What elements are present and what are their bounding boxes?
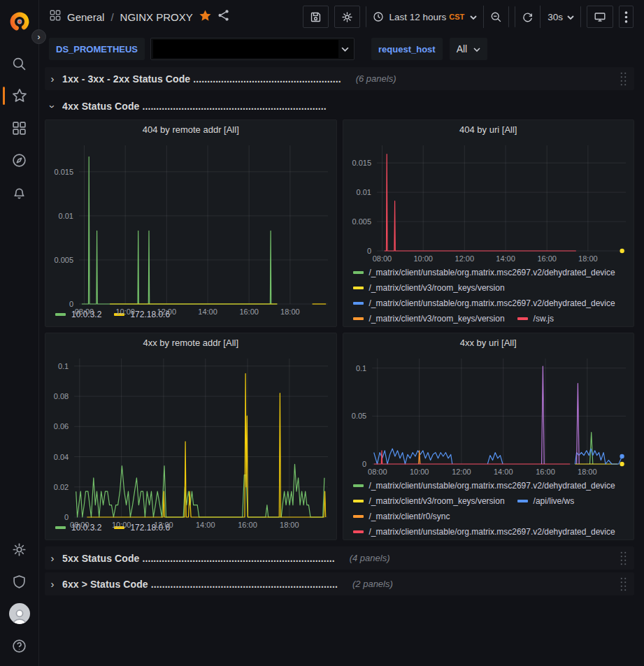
save-dashboard-button[interactable] <box>303 6 329 28</box>
legend-swatch <box>353 484 364 487</box>
tv-mode-button[interactable] <box>587 6 613 28</box>
sidebar-item-configuration[interactable] <box>0 533 39 565</box>
sidebar-item-dashboards[interactable] <box>0 112 39 144</box>
compass-icon <box>12 153 27 168</box>
legend-item[interactable]: /_matrix/client/unstable/org.matrix.msc2… <box>353 296 615 311</box>
svg-text:0.04: 0.04 <box>54 453 69 461</box>
panel-4xx-by-remote-addr: 4xx by remote addr [All] 08:0010:0012:00… <box>45 333 337 540</box>
apps-breadcrumb-icon[interactable] <box>49 9 62 24</box>
legend-item[interactable]: /_matrix/client/v3/room_keys/version <box>353 280 505 296</box>
panel-grid: 404 by remote addr [All] 08:0010:0012:00… <box>45 120 634 540</box>
panel-title[interactable]: 404 by uri [All] <box>343 120 634 140</box>
svg-text:18:00: 18:00 <box>280 307 300 316</box>
legend-swatch <box>353 287 364 289</box>
legend-item[interactable]: /_matrix/client/r0/sync <box>353 509 450 524</box>
redacted-value <box>153 40 338 58</box>
legend-swatch <box>517 317 528 320</box>
kebab-icon <box>624 11 628 23</box>
chart-4xx-by-remote-addr[interactable]: 08:0010:0012:0014:0016:0018:0000.020.040… <box>45 353 336 521</box>
gear-icon <box>12 542 27 557</box>
zoom-out-button[interactable] <box>483 6 508 28</box>
panel-404-by-uri: 404 by uri [All] 08:0010:0012:0014:0016:… <box>343 120 635 327</box>
svg-text:16:00: 16:00 <box>239 307 259 316</box>
svg-text:14:00: 14:00 <box>496 254 515 263</box>
sidebar-item-explore[interactable] <box>0 144 39 176</box>
row-1xx-3xx-2xx[interactable]: › 1xx - 3xx - 2xx Status Code ..........… <box>45 67 634 90</box>
chart-404-by-uri[interactable]: 08:0010:0012:0014:0016:0018:0000.0050.01… <box>343 140 634 265</box>
sidebar-item-help[interactable] <box>0 630 39 662</box>
dashboard-header: General / NGINX PROXY <box>39 0 644 34</box>
refresh-button[interactable] <box>515 6 540 28</box>
panel-title[interactable]: 4xx by remote addr [All] <box>45 333 336 353</box>
panel-title[interactable]: 4xx by uri [All] <box>343 333 634 353</box>
grafana-app: › <box>0 0 644 666</box>
panel-4xx-by-uri: 4xx by uri [All] 08:0010:0012:0014:0016:… <box>343 333 635 540</box>
legend-swatch <box>353 271 364 274</box>
request-host-variable-select[interactable]: All <box>450 38 488 60</box>
svg-text:16:00: 16:00 <box>238 521 257 529</box>
panel-title[interactable]: 404 by remote addr [All] <box>45 120 336 140</box>
datasource-variable-label[interactable]: DS_PROMETHEUS <box>49 38 145 60</box>
legend-item[interactable]: /_matrix/client/unstable/org.matrix.msc2… <box>353 478 615 493</box>
request-host-variable-label[interactable]: request_host <box>371 38 443 60</box>
refresh-interval-dropdown[interactable]: 30s <box>540 6 580 28</box>
time-range-picker[interactable]: Last 12 hours CST <box>366 6 483 28</box>
timezone-label: CST <box>449 13 464 21</box>
row-6xx[interactable]: › 6xx > Status Code ....................… <box>45 572 634 595</box>
svg-text:0: 0 <box>366 247 371 255</box>
sidebar-item-profile[interactable] <box>0 598 39 630</box>
chevron-right-icon: › <box>49 73 56 85</box>
breadcrumb-section[interactable]: General <box>67 11 104 23</box>
sidebar-item-server-admin[interactable] <box>0 565 39 598</box>
svg-text:12:00: 12:00 <box>455 254 474 263</box>
legend-item[interactable]: /_matrix/client/v3/room_keys/version <box>353 493 505 509</box>
svg-text:14:00: 14:00 <box>196 521 215 529</box>
row-title: 5xx Status Code ........................… <box>62 553 335 564</box>
more-options-button[interactable] <box>619 6 634 28</box>
sidebar-item-search[interactable] <box>0 48 39 80</box>
legend-item[interactable]: /_matrix/client/v3/room_keys/version <box>353 311 505 326</box>
legend-swatch <box>353 317 364 320</box>
svg-text:18:00: 18:00 <box>280 521 299 529</box>
svg-text:0.1: 0.1 <box>355 364 366 372</box>
legend-label: /_matrix/client/v3/room_keys/version <box>369 283 505 293</box>
svg-text:0.1: 0.1 <box>58 362 69 370</box>
row-4xx[interactable]: › 4xx Status Code ......................… <box>45 96 634 116</box>
legend-swatch <box>353 302 364 305</box>
legend-label: /_matrix/client/v3/room_keys/version <box>369 496 505 506</box>
monitor-icon <box>594 11 606 23</box>
svg-text:08:00: 08:00 <box>372 254 392 263</box>
row-drag-handle[interactable] <box>620 577 627 591</box>
legend-item[interactable]: /sw.js <box>517 311 554 326</box>
row-title: 1xx - 3xx - 2xx Status Code ............… <box>62 73 341 85</box>
legend-item[interactable]: /_matrix/client/unstable/org.matrix.msc2… <box>353 524 615 540</box>
legend-label: /sw.js <box>534 314 554 324</box>
legend-label: /_matrix/client/unstable/org.matrix.msc2… <box>369 298 615 308</box>
svg-text:0.05: 0.05 <box>351 412 366 420</box>
chart-404-by-remote-addr[interactable]: 08:0010:0012:0014:0016:0018:0000.0050.01… <box>45 140 336 308</box>
share-icon[interactable] <box>217 9 230 24</box>
breadcrumb-separator: / <box>110 11 113 23</box>
row-drag-handle[interactable] <box>620 551 627 565</box>
sidebar-expand-button[interactable]: › <box>31 29 46 44</box>
chevron-down-icon <box>470 12 477 22</box>
legend-label: /_matrix/client/r0/sync <box>369 512 450 521</box>
dashboard-settings-button[interactable] <box>334 6 360 28</box>
time-range-label: Last 12 hours <box>389 12 446 22</box>
sidebar-item-alerting[interactable] <box>0 176 39 208</box>
svg-text:0.01: 0.01 <box>356 188 371 196</box>
favorite-star-icon[interactable] <box>199 9 212 25</box>
question-circle-icon <box>12 639 27 653</box>
legend-item[interactable]: /api/live/ws <box>517 493 575 509</box>
svg-text:16:00: 16:00 <box>537 254 557 263</box>
chart-4xx-by-uri[interactable]: 08:0010:0012:0014:0016:0018:0000.050.1 <box>343 353 634 478</box>
legend: /_matrix/client/unstable/org.matrix.msc2… <box>343 478 634 540</box>
search-icon <box>12 57 27 71</box>
datasource-variable-select[interactable] <box>150 38 355 60</box>
sidebar-item-starred[interactable] <box>0 80 39 112</box>
row-drag-handle[interactable] <box>620 71 627 86</box>
row-5xx[interactable]: › 5xx Status Code ......................… <box>45 546 634 570</box>
breadcrumb: General / NGINX PROXY <box>67 11 193 23</box>
row-title: 4xx Status Code ........................… <box>62 101 327 112</box>
legend-item[interactable]: /_matrix/client/unstable/org.matrix.msc2… <box>353 265 615 280</box>
